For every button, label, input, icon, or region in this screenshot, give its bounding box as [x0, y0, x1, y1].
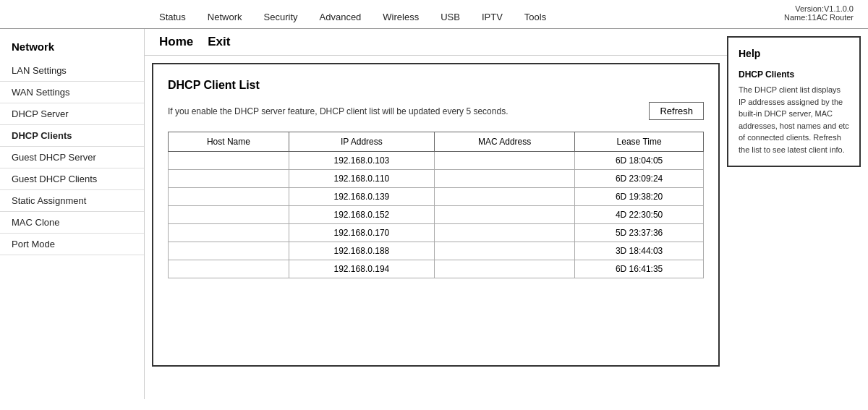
table-cell-lease: 6D 16:41:35: [575, 260, 704, 278]
help-text: The DHCP client list displays IP address…: [739, 84, 849, 155]
nav-item-security[interactable]: Security: [264, 12, 298, 22]
table-row: 192.168.0.1946D 16:41:35: [169, 260, 704, 278]
page-title: DHCP Client List: [168, 79, 704, 92]
home-exit-bar: Home Exit: [145, 29, 727, 56]
sidebar-item-port-mode[interactable]: Port Mode: [0, 234, 144, 255]
table-row: 192.168.0.1524D 22:30:50: [169, 206, 704, 224]
table-cell-mac: [434, 152, 574, 170]
table-header-lease-time: Lease Time: [575, 132, 704, 152]
table-cell-mac: [434, 260, 574, 278]
table-cell-lease: 6D 19:38:20: [575, 188, 704, 206]
table-header-host-name: Host Name: [169, 132, 289, 152]
sidebar-item-wan-settings[interactable]: WAN Settings: [0, 82, 144, 103]
table-cell-mac: [434, 206, 574, 224]
table-cell-host: [169, 206, 289, 224]
table-header-mac-address: MAC Address: [434, 132, 574, 152]
nav-item-status[interactable]: Status: [159, 12, 186, 22]
table-cell-lease: 6D 23:09:24: [575, 170, 704, 188]
refresh-button[interactable]: Refresh: [649, 102, 704, 120]
exit-button[interactable]: Exit: [208, 35, 230, 49]
help-panel: Help DHCP Clients The DHCP client list d…: [727, 36, 861, 167]
table-cell-ip: 192.168.0.103: [289, 152, 434, 170]
sidebar-item-static-assignment[interactable]: Static Assignment: [0, 190, 144, 212]
table-row: 192.168.0.1396D 19:38:20: [169, 188, 704, 206]
nav-item-usb[interactable]: USB: [441, 12, 460, 22]
table-cell-mac: [434, 242, 574, 260]
nav-item-advanced[interactable]: Advanced: [320, 12, 362, 22]
content-area: DHCP Client List If you enable the DHCP …: [152, 63, 720, 367]
table-cell-host: [169, 224, 289, 242]
table-cell-lease: 3D 18:44:03: [575, 242, 704, 260]
table-cell-ip: 192.168.0.188: [289, 242, 434, 260]
table-cell-mac: [434, 188, 574, 206]
table-cell-lease: 5D 23:37:36: [575, 224, 704, 242]
table-cell-ip: 192.168.0.139: [289, 188, 434, 206]
table-cell-mac: [434, 224, 574, 242]
sidebar-items: LAN SettingsWAN SettingsDHCP ServerDHCP …: [0, 60, 144, 255]
nav-item-iptv[interactable]: IPTV: [482, 12, 503, 22]
table-cell-ip: 192.168.0.170: [289, 224, 434, 242]
nav-item-wireless[interactable]: Wireless: [383, 12, 419, 22]
sidebar-item-dhcp-clients[interactable]: DHCP Clients: [0, 125, 144, 147]
help-section-title: DHCP Clients: [739, 69, 849, 80]
sidebar-item-mac-clone[interactable]: MAC Clone: [0, 212, 144, 234]
version-line1: Version:V1.1.0.0: [784, 4, 854, 13]
main-layout: Network LAN SettingsWAN SettingsDHCP Ser…: [0, 29, 868, 399]
dhcp-table-body: 192.168.0.1036D 18:04:05192.168.0.1106D …: [169, 152, 704, 278]
table-row: 192.168.0.1883D 18:44:03: [169, 242, 704, 260]
table-row: 192.168.0.1106D 23:09:24: [169, 170, 704, 188]
table-header-ip-address: IP Address: [289, 132, 434, 152]
table-cell-mac: [434, 170, 574, 188]
version-info: Version:V1.1.0.0 Name:11AC Router: [784, 4, 854, 22]
dhcp-table: Host NameIP AddressMAC AddressLease Time…: [168, 132, 704, 278]
nav-menu: StatusNetworkSecurityAdvancedWirelessUSB…: [159, 3, 546, 28]
help-title: Help: [739, 48, 849, 62]
sidebar-title: Network: [0, 36, 144, 60]
home-button[interactable]: Home: [159, 35, 193, 49]
dhcp-table-head: Host NameIP AddressMAC AddressLease Time: [169, 132, 704, 152]
table-cell-ip: 192.168.0.194: [289, 260, 434, 278]
table-cell-ip: 192.168.0.110: [289, 170, 434, 188]
table-row: 192.168.0.1036D 18:04:05: [169, 152, 704, 170]
table-cell-host: [169, 152, 289, 170]
sidebar-item-dhcp-server[interactable]: DHCP Server: [0, 103, 144, 125]
table-cell-host: [169, 242, 289, 260]
sidebar: Network LAN SettingsWAN SettingsDHCP Ser…: [0, 29, 145, 399]
main-content: Home Exit DHCP Client List If you enable…: [145, 29, 727, 399]
sidebar-item-guest-dhcp-server[interactable]: Guest DHCP Server: [0, 147, 144, 168]
table-cell-host: [169, 260, 289, 278]
sidebar-item-lan-settings[interactable]: LAN Settings: [0, 60, 144, 82]
sidebar-item-guest-dhcp-clients[interactable]: Guest DHCP Clients: [0, 168, 144, 190]
nav-item-tools[interactable]: Tools: [524, 12, 546, 22]
info-text: If you enable the DHCP server feature, D…: [168, 106, 508, 116]
table-cell-lease: 4D 22:30:50: [575, 206, 704, 224]
table-cell-host: [169, 188, 289, 206]
info-row: If you enable the DHCP server feature, D…: [168, 102, 704, 120]
table-cell-ip: 192.168.0.152: [289, 206, 434, 224]
top-nav-bar: StatusNetworkSecurityAdvancedWirelessUSB…: [0, 0, 868, 29]
table-cell-host: [169, 170, 289, 188]
version-line2: Name:11AC Router: [784, 13, 854, 22]
table-cell-lease: 6D 18:04:05: [575, 152, 704, 170]
table-row: 192.168.0.1705D 23:37:36: [169, 224, 704, 242]
nav-item-network[interactable]: Network: [208, 12, 242, 22]
